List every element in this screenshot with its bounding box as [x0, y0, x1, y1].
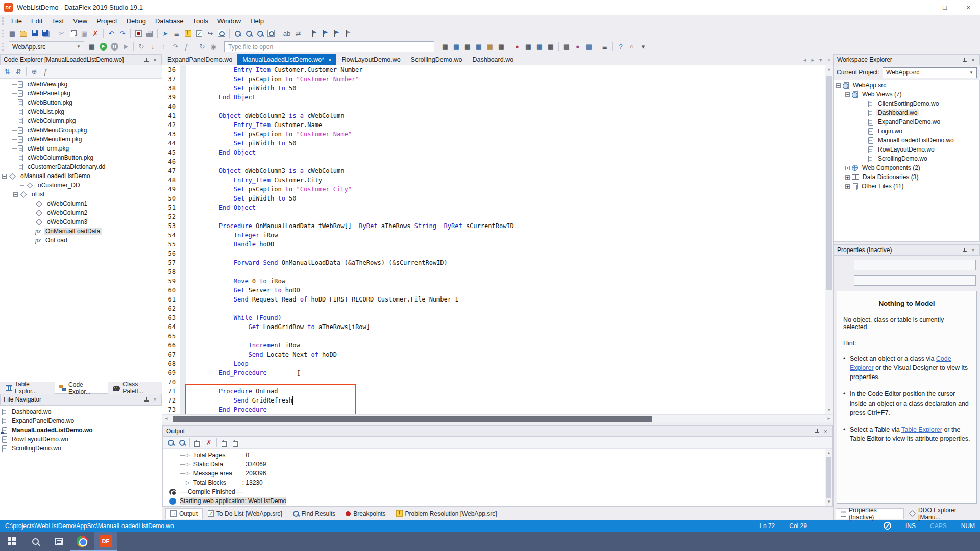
tree-item-web-views-7[interactable]: −Web Views (7) [834, 90, 979, 99]
code-line[interactable]: 48 Entry_Item Customer.City [162, 176, 833, 185]
link-code-explorer[interactable]: Code Explorer [850, 355, 951, 371]
code-line[interactable]: 63 While (Found) [162, 313, 833, 322]
tree-item-cwebcolumnbutton-pkg[interactable]: cWebColumnButton.pkg [0, 153, 162, 162]
print-icon[interactable] [144, 28, 155, 39]
output-vertical-scrollbar[interactable]: ▲ ▼ [825, 449, 832, 506]
taskbar-dataflex[interactable]: DF [94, 532, 117, 551]
tab-class-palett[interactable]: Class Palett... [108, 382, 162, 394]
restart-icon[interactable]: ↻ [197, 41, 208, 53]
menu-edit[interactable]: Edit [27, 15, 47, 27]
code-line[interactable]: 50 Set piWidth to 50 [162, 194, 833, 203]
next-bookmark-icon[interactable] [331, 28, 342, 39]
run-to-cursor-icon[interactable]: ƒ [181, 41, 192, 53]
record-macro-icon[interactable] [133, 28, 144, 39]
breakpoints-panel-toggle-icon[interactable]: ● [572, 41, 583, 53]
tree-item-scrollingdemo-wo[interactable]: ScrollingDemo.wo [834, 154, 979, 163]
toggle-start-center-icon[interactable]: ▦ [439, 41, 451, 53]
toggle-properties-icon[interactable]: ▦ [496, 41, 507, 53]
close-icon[interactable]: × [151, 395, 159, 404]
find-previous-message-icon[interactable] [176, 437, 187, 448]
code-line[interactable]: 56 [162, 249, 833, 258]
menu-project[interactable]: Project [92, 15, 121, 27]
expander-expand-icon[interactable]: + [845, 166, 850, 170]
step-into-icon[interactable]: ↓ [147, 41, 158, 53]
compile-icon[interactable]: ▦ [86, 41, 97, 53]
pin-icon[interactable] [142, 56, 151, 64]
export-icon[interactable]: ↪ [205, 28, 216, 39]
menu-tools[interactable]: Tools [188, 15, 213, 27]
code-line[interactable]: 45 End_Object [162, 148, 833, 157]
clear-bookmarks-icon[interactable] [342, 28, 353, 39]
copy-icon[interactable] [67, 28, 79, 39]
tree-item-onmanualloaddata[interactable]: pxOnManualLoadData [0, 227, 162, 236]
tree-item-login-wo[interactable]: Login.wo [834, 127, 979, 136]
code-line[interactable]: 54 Integer iRow [162, 231, 833, 240]
sort-objects-icon[interactable]: ⇅ [2, 66, 13, 78]
tree-item-ocustomer-dd[interactable]: oCustomer_DD [0, 181, 162, 190]
code-line[interactable]: 38 Set piWidth to 50 [162, 84, 833, 93]
tab-to-do-list-webapp-src[interactable]: To Do List [WebApp.src] [203, 508, 287, 519]
code-line[interactable]: 52 [162, 212, 833, 221]
code-line[interactable]: 67 Send Locate_Next of hoDD [162, 350, 833, 359]
code-editor[interactable]: 36 Entry_Item Customer.Customer_Number37… [162, 65, 833, 414]
tab-table-explor[interactable]: Table Explor... [1, 382, 55, 394]
close-icon[interactable]: × [969, 246, 977, 254]
code-line[interactable]: 49 Set psCaption to "Customer City" [162, 185, 833, 194]
tab-breakpoints[interactable]: Breakpoints [340, 508, 390, 519]
tree-item-other-files-11[interactable]: +Other Files (11) [834, 182, 979, 191]
expander-collapse-icon[interactable]: − [836, 83, 841, 88]
tab-problem-resolution-webapp-src[interactable]: Problem Resolution [WebApp.src] [391, 508, 502, 519]
code-line[interactable]: 42 Entry_Item Customer.Name [162, 120, 833, 130]
menu-window[interactable]: Window [213, 15, 246, 27]
toggle-workspace-explorer-icon[interactable]: ▦ [451, 41, 462, 53]
code-line[interactable]: 40 [162, 102, 833, 111]
copy-all-icon[interactable] [219, 437, 230, 448]
tree-item-cweblist-pkg[interactable]: cWebList.pkg [0, 107, 162, 116]
locate-in-files-icon[interactable] [216, 28, 227, 39]
pin-icon[interactable] [813, 427, 821, 435]
toggle-case-icon[interactable]: ⇄ [292, 28, 304, 39]
output-row[interactable]: ▷Message area: 209396 [163, 469, 832, 478]
expand-triangle-icon[interactable]: ▷ [180, 471, 190, 476]
watches-panel-icon[interactable]: ▦ [523, 41, 534, 53]
tree-item-owebcolumn3[interactable]: oWebColumn3 [0, 217, 162, 227]
menu-debug[interactable]: Debug [122, 15, 151, 27]
menu-view[interactable]: View [68, 15, 92, 27]
run-icon[interactable] [97, 41, 109, 53]
tree-item-rowlayoutdemo-wo[interactable]: RowLayoutDemo.wo [0, 435, 162, 444]
tree-item-cwebmenuitem-pkg[interactable]: cWebMenuItem.pkg [0, 135, 162, 144]
pin-icon[interactable] [960, 56, 969, 64]
scrollbar-thumb[interactable] [173, 416, 652, 422]
editor-horizontal-scrollbar[interactable]: ◄ ► [162, 414, 833, 422]
code-line[interactable]: 64 Get LoadGridRow to aTheRows[iRow] [162, 322, 833, 332]
tree-item-dashboard-wo[interactable]: Dashboard.wo [834, 108, 979, 117]
tree-item-clientsortingdemo-wo[interactable]: ClientSortingDemo.wo [834, 99, 979, 108]
code-line[interactable]: 58 [162, 267, 833, 277]
menu-file[interactable]: File [7, 15, 27, 27]
menu-help[interactable]: Help [246, 15, 268, 27]
fx-properties-icon[interactable]: ƒ [40, 66, 51, 78]
open-file-icon[interactable] [18, 28, 29, 39]
locals-panel-icon[interactable]: ▦ [534, 41, 545, 53]
project-selector[interactable]: WebApp.src ▼ [9, 41, 84, 52]
code-line[interactable]: 47 Object oWebColumn3 is a cWebColumn [162, 166, 833, 176]
tree-item-ccustomerdatadictionary-dd[interactable]: cCustomerDataDictionary.dd [0, 162, 162, 171]
code-line[interactable]: 57 Forward Send OnManualLoadData (&aTheR… [162, 258, 833, 267]
tab-properties-inactive[interactable]: Properties (Inactive) [836, 508, 904, 519]
code-line[interactable]: 37 Set psCaption to "Customer Number" [162, 74, 833, 84]
clear-output-icon[interactable]: ✗ [203, 437, 214, 448]
output-row[interactable]: ----Compile Finished---- [163, 487, 832, 496]
tree-item-web-components-2[interactable]: +Web Components (2) [834, 163, 979, 172]
tree-item-webapp-src[interactable]: −WebApp.src [834, 81, 979, 90]
menu-text[interactable]: Text [47, 15, 68, 27]
code-line[interactable]: 36 Entry_Item Customer.Customer_Number [162, 65, 833, 74]
compiler-warnings-icon[interactable] [182, 28, 193, 39]
customize-icon[interactable]: ▾ [638, 41, 649, 53]
file-search-input[interactable] [224, 41, 434, 52]
expand-triangle-icon[interactable]: ▷ [180, 462, 190, 467]
document-tab-manualloadedlistdemo-wo[interactable]: ManualLoadedListDemo.wo*× [237, 54, 336, 65]
link-table-explorer[interactable]: Table Explorer [901, 426, 942, 433]
tree-item-cwebview-pkg[interactable]: cWebView.pkg [0, 80, 162, 89]
code-line[interactable]: 51 End_Object [162, 203, 833, 212]
call-stack-panel-icon[interactable]: ▦ [545, 41, 556, 53]
